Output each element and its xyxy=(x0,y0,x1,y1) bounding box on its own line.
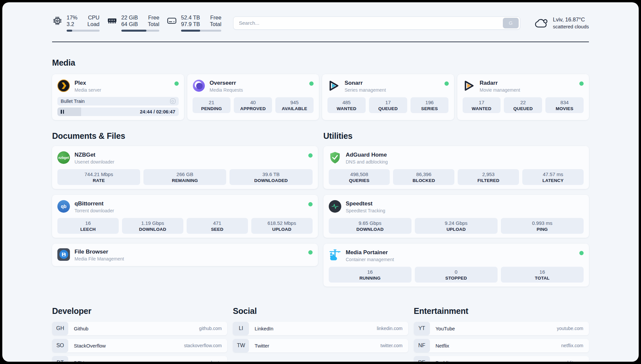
filebrowser-icon xyxy=(57,248,70,261)
app-card-nzbget[interactable]: nzbget NZBGet Usenet downloader 744.21 M… xyxy=(52,146,318,189)
bookmark-abbr: NF xyxy=(414,339,430,352)
bookmark-name: Github xyxy=(74,326,88,331)
stat-latency: 47.57 msLATENCY xyxy=(522,169,584,185)
stat-running: 16RUNNING xyxy=(329,267,412,283)
stat-total: 16TOTAL xyxy=(501,267,584,283)
weather-location-temp: Lviv, 16.87°C xyxy=(553,16,589,23)
cpu-stat: 17% 3.2 CPU Load xyxy=(52,14,100,32)
app-card-portainer[interactable]: Media Portainer Container management 16R… xyxy=(323,244,589,287)
documents-column: Documents & Files nzbget NZBGet Usenet d… xyxy=(52,131,318,286)
bookmark-github[interactable]: GH Github github.com xyxy=(52,322,227,335)
status-online-dot xyxy=(308,250,313,255)
app-name: qBittorrent xyxy=(75,200,114,207)
memory-stat: 22 GiB 64 GiB Free Total xyxy=(107,14,159,32)
search-input[interactable] xyxy=(239,20,503,26)
app-subtitle: Media Requests xyxy=(210,87,243,93)
section-title-utilities: Utilities xyxy=(323,131,589,141)
status-online-dot xyxy=(174,81,179,86)
search-engine-button[interactable]: G xyxy=(503,18,519,28)
app-card-plex[interactable]: Plex Media server Bullet Train 24:44 / 0… xyxy=(52,74,184,120)
bookmark-abbr: SO xyxy=(52,339,68,352)
app-subtitle: Speedtest Tracking xyxy=(346,208,385,213)
bookmark-url: reddit.com xyxy=(562,360,583,362)
playback-progress-row: 24:44 / 02:06:47 xyxy=(57,107,179,116)
bookmark-name: LinkedIn xyxy=(255,326,273,331)
bookmark-name: DEV xyxy=(74,360,84,362)
app-name: NZBGet xyxy=(75,152,114,158)
bookmark-url: linkedin.com xyxy=(377,326,403,331)
app-subtitle: Container management xyxy=(346,257,394,262)
app-card-sonarr[interactable]: Sonarr Series management 485WANTED 17QUE… xyxy=(322,74,454,120)
memory-free-label: Free xyxy=(148,14,159,21)
bookmark-linkedin[interactable]: LI LinkedIn linkedin.com xyxy=(233,322,408,335)
section-title-developer: Developer xyxy=(52,306,227,316)
cpu-usage-value: 17% xyxy=(67,14,77,21)
session-icon[interactable] xyxy=(170,99,175,104)
dashboard-panel: 17% 3.2 CPU Load xyxy=(2,2,639,362)
stat-downloaded: 39.6 TBDOWNLOADED xyxy=(229,169,312,185)
app-name: Radarr xyxy=(480,80,520,86)
app-subtitle: Media server xyxy=(75,87,101,93)
stat-wanted: 17WANTED xyxy=(463,97,501,113)
stat-queued: 22QUEUED xyxy=(504,97,542,113)
bookmark-reddit[interactable]: RE Reddit reddit.com xyxy=(414,356,589,362)
portainer-icon xyxy=(329,249,341,261)
app-card-qbittorrent[interactable]: qb qBittorrent Torrent downloader 16LEEC… xyxy=(52,195,318,238)
app-subtitle: Series management xyxy=(345,87,386,93)
bookmark-abbr: YT xyxy=(414,322,430,335)
top-bar: 17% 3.2 CPU Load xyxy=(52,14,589,32)
app-subtitle: Movie management xyxy=(480,87,520,93)
app-card-radarr[interactable]: Radarr Movie management 17WANTED 22QUEUE… xyxy=(457,74,589,120)
bookmark-abbr: TW xyxy=(233,339,249,352)
bookmark-url: twitter.com xyxy=(381,343,403,348)
disk-free-label: Free xyxy=(210,14,222,21)
disk-stat: 52.4 TB 97.9 TB Free Total xyxy=(167,14,221,32)
cpu-load-label: Load xyxy=(87,21,100,27)
section-title-social: Social xyxy=(233,306,408,316)
bookmark-name: YouTube xyxy=(436,326,455,331)
radarr-icon xyxy=(463,79,475,92)
disk-total-value: 97.9 TB xyxy=(181,21,200,27)
stat-upload: 9.24 GbpsUPLOAD xyxy=(415,218,498,234)
app-card-adguard[interactable]: AdGuard Home DNS and adblocking 498,508Q… xyxy=(323,146,589,189)
app-card-filebrowser[interactable]: File Browser Media File Management xyxy=(52,244,318,266)
nzbget-icon: nzbget xyxy=(57,151,70,164)
bookmark-name: Reddit xyxy=(436,360,450,362)
cloud-icon xyxy=(534,16,549,30)
app-card-speedtest[interactable]: Speedtest Speedtest Tracking 9.65 GbpsDO… xyxy=(323,195,589,238)
stat-upload: 618.52 MbpsUPLOAD xyxy=(251,218,313,234)
weather-widget: Lviv, 16.87°C scattered clouds xyxy=(534,16,589,30)
status-online-dot xyxy=(579,251,584,255)
header-divider xyxy=(52,42,589,42)
section-title-entertainment: Entertainment xyxy=(414,306,589,316)
utilities-column: Utilities xyxy=(323,131,589,286)
bookmark-url: netflix.com xyxy=(561,343,583,348)
section-title-documents: Documents & Files xyxy=(52,131,318,141)
memory-total-label: Total xyxy=(148,21,159,27)
status-online-dot xyxy=(308,153,313,158)
pause-icon[interactable] xyxy=(61,110,64,114)
app-name: Overseerr xyxy=(210,80,243,86)
bookmark-netflix[interactable]: NF Netflix netflix.com xyxy=(414,339,589,352)
app-name: Plex xyxy=(75,80,101,86)
adguard-icon xyxy=(329,151,341,164)
bookmark-dev[interactable]: DT DEV dev.to xyxy=(52,356,227,362)
stat-seed: 471SEED xyxy=(187,218,248,234)
bookmark-url: dev.to xyxy=(209,360,222,362)
app-subtitle: DNS and adblocking xyxy=(346,159,388,165)
cpu-load-value: 3.2 xyxy=(67,21,77,27)
bookmark-twitter[interactable]: TW Twitter twitter.com xyxy=(233,339,408,352)
bookmark-youtube[interactable]: YT YouTube youtube.com xyxy=(414,322,589,335)
stat-available: 945AVAILABLE xyxy=(275,97,314,113)
nzbget-icon-text: nzbget xyxy=(58,156,69,160)
stat-queries: 498,508QUERIES xyxy=(329,169,390,185)
bookmark-abbr: GH xyxy=(52,322,68,335)
app-card-overseerr[interactable]: Overseerr Media Requests 21PENDING 40APP… xyxy=(187,74,319,120)
disk-free-value: 52.4 TB xyxy=(181,14,200,21)
app-name: Sonarr xyxy=(345,80,386,86)
bookmark-stackoverflow[interactable]: SO StackOverflow stackoverflow.com xyxy=(52,339,227,352)
bookmark-name: Netflix xyxy=(436,343,449,349)
cpu-progress-bar xyxy=(67,30,100,32)
memory-icon xyxy=(107,15,117,26)
stat-blocked: 86,396BLOCKED xyxy=(393,169,454,185)
